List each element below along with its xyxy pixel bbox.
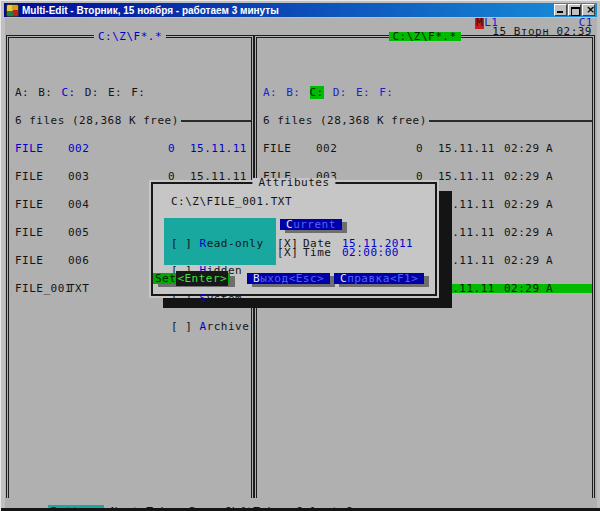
attribute-checkbox-group: [ ] Read-only [ ] Hidden [ ] System [ ] … — [164, 218, 276, 265]
set-button[interactable]: Set<Enter> — [153, 273, 230, 284]
time-label: Time — [303, 248, 342, 257]
checkbox-read-only[interactable]: [ ] Read-only — [171, 239, 276, 248]
checkbox-archive[interactable]: [ ] Archive — [171, 322, 276, 331]
exit-button[interactable]: Выход<Esc> — [247, 273, 330, 284]
drive-e[interactable]: E: — [356, 86, 370, 99]
help-button[interactable]: Справка<F1> — [334, 273, 424, 284]
modified-indicator: M — [475, 18, 484, 29]
left-panel-path[interactable]: C:\Z\F*.* — [94, 32, 166, 41]
right-drive-row: A:B:C:D:E:F: — [263, 88, 592, 97]
file-row[interactable]: FILE002015.11.1102:29A — [263, 144, 592, 153]
dialog-title: Attributes — [252, 178, 335, 187]
window-titlebar: Multi-Edit - Вторник, 15 ноября - работа… — [4, 3, 597, 17]
drive-c[interactable]: C: — [62, 86, 76, 99]
minimize-button[interactable] — [554, 4, 567, 16]
right-panel-path[interactable]: C:\Z\F*.* — [388, 32, 460, 41]
drive-c[interactable]: C: — [310, 86, 324, 99]
drive-a[interactable]: A: — [263, 86, 277, 99]
file-row[interactable]: FILE002015.11.11 — [15, 144, 251, 153]
right-panel-info: 6 files (28,368 K free) — [263, 116, 427, 125]
separator-line — [181, 120, 251, 122]
time-checkbox[interactable]: [X] — [277, 248, 303, 257]
drive-a[interactable]: A: — [15, 86, 29, 99]
time-value[interactable]: 02:00:00 — [342, 248, 399, 257]
drive-d[interactable]: D: — [85, 86, 99, 99]
separator-line — [429, 120, 592, 122]
close-button[interactable] — [582, 4, 595, 16]
dos-screen: ML1 C1 15 Вторн 02:39 C:\Z\F*.* A:B:C:D:… — [5, 18, 597, 509]
app-window: Multi-Edit - Вторник, 15 ноября - работа… — [0, 0, 600, 511]
drive-b[interactable]: B: — [286, 86, 300, 99]
drive-d[interactable]: D: — [333, 86, 347, 99]
drive-f[interactable]: F: — [379, 86, 393, 99]
current-button[interactable]: Current — [280, 219, 342, 230]
status-bar: Button: Next<Tab>, Prev<ShftTab>, Select… — [5, 498, 597, 508]
attributes-dialog: Attributes C:\Z\FILE_001.TXT [ ] Read-on… — [149, 180, 439, 298]
maximize-button[interactable] — [568, 4, 581, 16]
time-field-row: [X] Time 02:00:00 — [277, 248, 399, 257]
dialog-file-path: C:\Z\FILE_001.TXT — [171, 197, 292, 206]
drive-e[interactable]: E: — [108, 86, 122, 99]
dialog-shadow — [439, 191, 452, 308]
left-drive-row: A:B:C:D:E:F: — [15, 88, 251, 97]
drive-b[interactable]: B: — [38, 86, 52, 99]
drive-f[interactable]: F: — [131, 86, 145, 99]
app-icon — [6, 4, 19, 17]
window-title: Multi-Edit - Вторник, 15 ноября - работа… — [22, 5, 550, 16]
left-panel-info: 6 files (28,368 K free) — [15, 116, 179, 125]
dialog-button-row: Set<Enter> Выход<Esc> Справка<F1> — [149, 273, 439, 289]
